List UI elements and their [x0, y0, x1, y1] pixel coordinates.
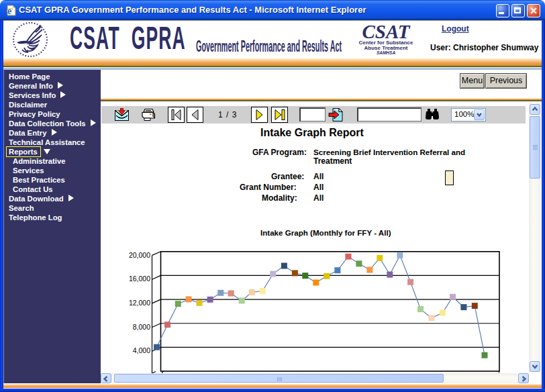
svg-text:12,000: 12,000	[129, 299, 150, 307]
svg-text:e: e	[7, 6, 11, 16]
svg-text:4,000: 4,000	[133, 346, 150, 354]
svg-text:20,000: 20,000	[129, 251, 150, 259]
svg-text:16,000: 16,000	[129, 275, 150, 283]
svg-text:8,000: 8,000	[133, 323, 150, 331]
